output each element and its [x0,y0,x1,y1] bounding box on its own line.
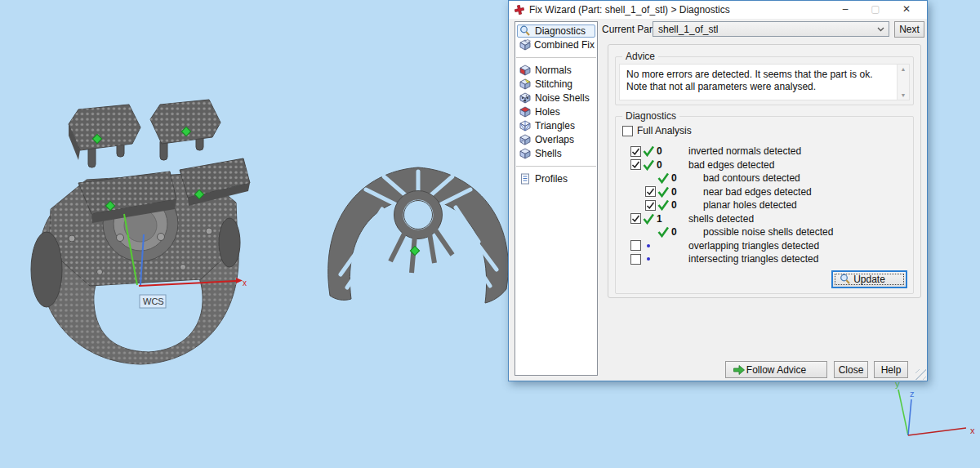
advice-groupbox: Advice No more errors are detected. It s… [615,56,914,105]
diagnostic-count: 0 [654,159,688,171]
green-check-icon [643,145,654,157]
diagnostic-row: overlapping triangles detected [630,239,910,253]
full-analysis-label: Full Analysis [637,125,692,136]
scroll-up-icon[interactable]: ▲ [898,66,909,72]
diagnostic-label: shells detected [688,213,754,225]
diagnostic-count: 1 [654,213,688,225]
diagnostic-checkbox[interactable] [630,254,641,265]
fix-wizard-dialog: Fix Wizard (Part: shell_1_of_stl) > Diag… [508,0,928,381]
magnifier-icon [519,25,532,37]
checkbox-slot [630,146,643,157]
checkbox-slot [645,200,657,211]
sidebar-item-label: Holes [535,106,560,118]
cube-red-top-icon [519,106,532,118]
green-check-icon [657,186,669,198]
diagnostic-label: bad edges detected [688,159,774,171]
cube-overlap-icon [519,134,532,145]
help-button[interactable]: Help [874,361,908,378]
model-ring-cuff[interactable] [328,167,509,303]
sidebar-item-label: Stitching [535,78,572,90]
diagnostics-groupbox: Diagnostics Full Analysis 0inverted norm… [615,116,914,294]
cube-dots-icon [519,92,532,104]
sidebar-item-profiles[interactable]: Profiles [517,172,595,185]
sidebar-item-normals[interactable]: Normals [517,64,595,77]
sidebar-item-combined-fix[interactable]: Combined Fix [517,38,595,51]
cube-wireframe-icon [519,120,532,131]
follow-advice-button[interactable]: Follow Advice [725,361,827,378]
diagnostic-row: 0bad edges detected [630,158,910,172]
diagnostics-groupbox-title: Diagnostics [622,110,679,122]
green-arrow-icon [733,364,746,376]
green-check-icon [657,172,669,184]
diagnostic-label: intersecting triangles detected [688,253,818,265]
pending-dot-icon [643,257,654,261]
advice-textbox[interactable]: No more errors are detected. It seems th… [619,64,910,100]
model-ring-signet[interactable] [31,158,250,364]
sidebar-item-noise-shells[interactable]: Noise Shells [517,91,595,105]
sidebar-separator [516,57,596,58]
diagnostic-row: 0inverted normals detected [630,145,910,158]
diagnostic-row: 0near bad edges detected [645,185,910,199]
diagnostic-checkbox[interactable] [645,186,656,197]
sidebar-item-label: Overlaps [535,134,574,145]
sidebar-item-shells[interactable]: Shells [517,147,595,160]
wcs-label: WCS [143,296,164,306]
diagnostic-checkbox[interactable] [630,159,641,170]
diagnostic-checkbox[interactable] [645,200,656,211]
checkbox-slot [630,213,643,224]
close-window-button[interactable]: ✕ [893,1,920,18]
current-part-value: shell_1_of_stl [658,24,718,35]
diagnostic-label: planar holes detected [703,199,797,211]
diagnostic-label: inverted normals detected [688,145,801,157]
diagnostic-row: 0possible noise shells detected [645,225,910,239]
orientation-triad: y z x [895,379,975,435]
full-analysis-checkbox[interactable] [622,126,633,136]
sidebar-item-label: Diagnostics [535,25,586,37]
cube-icon [519,148,532,159]
advice-text: No more errors are detected. It seems th… [626,69,891,93]
close-button[interactable]: Close [834,361,868,378]
sidebar-item-overlaps[interactable]: Overlaps [517,133,595,146]
diagnostic-row: 1shells detected [630,212,910,226]
sidebar-item-stitching[interactable]: Stitching [517,78,595,91]
current-part-select[interactable]: shell_1_of_stl [653,21,889,37]
sidebar-item-label: Normals [535,65,572,76]
diagnostic-count: 0 [669,186,703,198]
chevron-down-icon [877,27,884,32]
magnifier-icon [840,274,851,285]
diagnostic-label: possible noise shells detected [703,226,833,238]
sidebar-item-triangles[interactable]: Triangles [517,119,595,132]
diagnostics-row-list: 0inverted normals detected0bad edges det… [616,145,910,266]
resize-grip-icon[interactable] [915,369,926,380]
scroll-down-icon[interactable]: ▼ [898,92,909,98]
green-check-icon [643,159,654,171]
sidebar-separator [516,166,596,167]
maximize-button[interactable]: ▢ [862,1,889,18]
titlebar[interactable]: Fix Wizard (Part: shell_1_of_stl) > Diag… [509,1,927,19]
diagnostic-row: 0planar holes detected [645,198,910,212]
advice-scrollbar[interactable]: ▲ ▼ [897,65,909,100]
advice-groupbox-title: Advice [622,51,658,62]
axis-x-label: x [243,279,247,287]
diagnostic-count: 0 [654,145,688,157]
dialog-content: DiagnosticsCombined FixNormalsStitchingN… [509,19,927,381]
sidebar-item-label: Shells [535,148,562,159]
document-icon [519,173,532,185]
model-prong-piece-left[interactable] [69,105,140,167]
triad-z-label: z [910,389,915,399]
wizard-page-list: DiagnosticsCombined FixNormalsStitchingN… [514,21,598,376]
diagnostic-checkbox[interactable] [630,213,641,224]
update-button[interactable]: Update [831,270,907,288]
diagnostic-checkbox[interactable] [630,240,641,251]
cube-stack-icon [519,39,531,51]
sidebar-item-holes[interactable]: Holes [517,105,595,118]
sidebar-item-diagnostics[interactable]: Diagnostics [517,25,595,38]
checkbox-slot [630,240,643,251]
fix-wizard-cross-icon [514,5,524,15]
diagnostic-checkbox[interactable] [630,146,641,157]
diagnostic-row: 0bad contours detected [645,172,910,185]
sidebar-item-label: Triangles [535,120,575,131]
minimize-button[interactable]: – [831,1,859,18]
next-button[interactable]: Next [894,21,924,38]
diagnostic-label: overlapping triangles detected [688,240,819,252]
